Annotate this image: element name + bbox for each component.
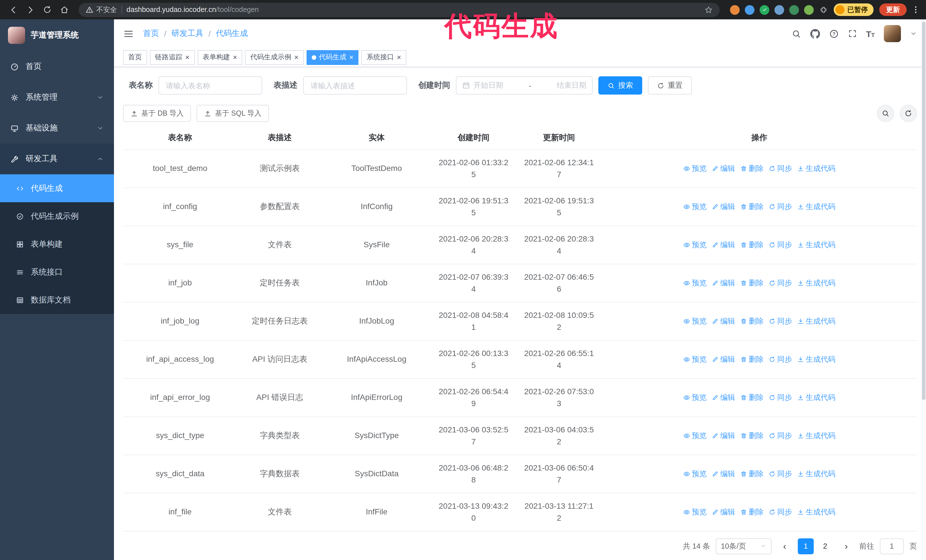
generate-code-link[interactable]: 生成代码 xyxy=(797,353,835,365)
delete-link[interactable]: 删除 xyxy=(740,315,764,327)
extension-icon[interactable] xyxy=(745,5,755,15)
browser-menu-icon[interactable] xyxy=(911,5,920,14)
delete-link[interactable]: 删除 xyxy=(740,430,764,442)
preview-link[interactable]: 预览 xyxy=(683,430,707,442)
sync-link[interactable]: 同步 xyxy=(769,239,792,251)
hamburger-icon[interactable] xyxy=(123,28,134,39)
sync-link[interactable]: 同步 xyxy=(769,506,792,518)
sync-link[interactable]: 同步 xyxy=(769,391,792,403)
preview-link[interactable]: 预览 xyxy=(683,391,707,403)
next-page-button[interactable]: › xyxy=(839,538,853,554)
generate-code-link[interactable]: 生成代码 xyxy=(797,239,835,251)
tab[interactable]: 代码生成示例× xyxy=(245,50,303,65)
refresh-button[interactable] xyxy=(900,105,917,122)
logo[interactable]: 芋道管理系统 xyxy=(0,20,114,51)
edit-link[interactable]: 编辑 xyxy=(712,277,735,289)
search-button[interactable]: 搜索 xyxy=(598,76,642,95)
sidebar-item[interactable]: 研发工具 xyxy=(0,143,114,174)
prev-page-button[interactable]: ‹ xyxy=(777,538,792,554)
sidebar-subitem[interactable]: 代码生成示例 xyxy=(0,202,114,230)
tab[interactable]: 代码生成× xyxy=(307,50,359,65)
bookmark-star-icon[interactable] xyxy=(704,5,713,14)
sidebar-item[interactable]: 首页 xyxy=(0,51,114,82)
preview-link[interactable]: 预览 xyxy=(683,353,707,365)
delete-link[interactable]: 删除 xyxy=(740,239,764,251)
forward-icon[interactable] xyxy=(23,2,38,17)
generate-code-link[interactable]: 生成代码 xyxy=(797,430,835,442)
fullscreen-icon[interactable] xyxy=(848,29,857,38)
back-icon[interactable] xyxy=(6,2,21,17)
page-button-2[interactable]: 2 xyxy=(817,538,833,554)
tab[interactable]: 表单构建× xyxy=(197,50,242,65)
preview-link[interactable]: 预览 xyxy=(683,239,707,251)
extension-icon[interactable] xyxy=(804,5,814,15)
chevron-down-icon[interactable] xyxy=(910,30,917,37)
scrollbar[interactable] xyxy=(921,20,926,560)
edit-link[interactable]: 编辑 xyxy=(712,430,735,442)
delete-link[interactable]: 删除 xyxy=(740,353,764,365)
reload-icon[interactable] xyxy=(40,2,55,17)
table-desc-input[interactable] xyxy=(303,76,407,95)
preview-link[interactable]: 预览 xyxy=(683,201,707,213)
edit-link[interactable]: 编辑 xyxy=(712,391,735,403)
preview-link[interactable]: 预览 xyxy=(683,468,707,480)
tab-close-icon[interactable]: × xyxy=(294,54,298,61)
delete-link[interactable]: 删除 xyxy=(740,162,764,174)
page-button-1[interactable]: 1 xyxy=(798,538,814,554)
extension-icon[interactable] xyxy=(789,5,799,15)
preview-link[interactable]: 预览 xyxy=(683,506,707,518)
sync-link[interactable]: 同步 xyxy=(769,353,792,365)
profile-paused-chip[interactable]: 已暂停 xyxy=(834,3,873,16)
sidebar-subitem[interactable]: 数据库文档 xyxy=(0,286,114,314)
user-avatar[interactable] xyxy=(884,25,901,42)
tab-close-icon[interactable]: × xyxy=(349,54,354,61)
delete-link[interactable]: 删除 xyxy=(740,391,764,403)
delete-link[interactable]: 删除 xyxy=(740,468,764,480)
edit-link[interactable]: 编辑 xyxy=(712,201,735,213)
generate-code-link[interactable]: 生成代码 xyxy=(797,315,835,327)
sync-link[interactable]: 同步 xyxy=(769,162,792,174)
preview-link[interactable]: 预览 xyxy=(683,162,707,174)
tab-close-icon[interactable]: × xyxy=(185,54,189,61)
edit-link[interactable]: 编辑 xyxy=(712,239,735,251)
sync-link[interactable]: 同步 xyxy=(769,315,792,327)
delete-link[interactable]: 删除 xyxy=(740,201,764,213)
edit-link[interactable]: 编辑 xyxy=(712,315,735,327)
goto-page-input[interactable] xyxy=(880,538,904,554)
github-icon[interactable] xyxy=(810,29,820,38)
tab[interactable]: 首页 xyxy=(123,50,147,65)
sync-link[interactable]: 同步 xyxy=(769,430,792,442)
edit-link[interactable]: 编辑 xyxy=(712,506,735,518)
page-size-select[interactable]: 10条/页 xyxy=(716,538,772,554)
tab[interactable]: 系统接口× xyxy=(362,50,406,65)
breadcrumb-item[interactable]: 首页 xyxy=(143,29,159,39)
import-db-button[interactable]: 基于 DB 导入 xyxy=(123,105,191,122)
delete-link[interactable]: 删除 xyxy=(740,277,764,289)
tab[interactable]: 链路追踪× xyxy=(150,50,195,65)
sync-link[interactable]: 同步 xyxy=(769,201,792,213)
date-range-picker[interactable]: 开始日期 - 结束日期 xyxy=(456,76,593,95)
sidebar-item[interactable]: 基础设施 xyxy=(0,113,114,143)
generate-code-link[interactable]: 生成代码 xyxy=(797,468,835,480)
generate-code-link[interactable]: 生成代码 xyxy=(797,277,835,289)
address-bar[interactable]: 不安全 dashboard.yudao.iocoder.cn/tool/code… xyxy=(79,3,720,17)
breadcrumb-item[interactable]: 研发工具 xyxy=(171,29,203,39)
extension-icon[interactable] xyxy=(760,5,769,15)
sync-link[interactable]: 同步 xyxy=(769,468,792,480)
generate-code-link[interactable]: 生成代码 xyxy=(797,391,835,403)
edit-link[interactable]: 编辑 xyxy=(712,468,735,480)
help-icon[interactable]: ? xyxy=(829,29,838,38)
sidebar-subitem[interactable]: 系统接口 xyxy=(0,258,114,286)
table-name-input[interactable] xyxy=(159,76,262,95)
sidebar-item[interactable]: 系统管理 xyxy=(0,82,114,113)
extension-icon[interactable] xyxy=(730,5,740,15)
generate-code-link[interactable]: 生成代码 xyxy=(797,201,835,213)
home-icon[interactable] xyxy=(57,2,72,17)
sync-link[interactable]: 同步 xyxy=(769,277,792,289)
tab-close-icon[interactable]: × xyxy=(233,54,237,61)
toggle-search-button[interactable] xyxy=(877,105,894,122)
import-sql-button[interactable]: 基于 SQL 导入 xyxy=(197,105,269,122)
security-warning[interactable]: 不安全 xyxy=(85,5,117,15)
preview-link[interactable]: 预览 xyxy=(683,277,707,289)
puzzle-icon[interactable] xyxy=(819,5,828,14)
